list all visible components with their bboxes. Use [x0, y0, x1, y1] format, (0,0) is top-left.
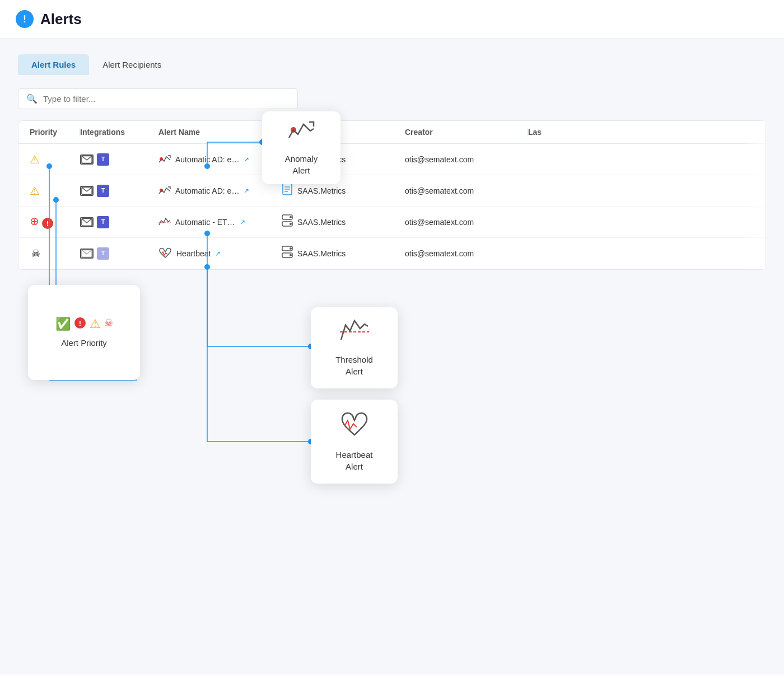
priority-cell: ⊕ !: [30, 214, 80, 229]
teams-integration-icon: T: [97, 185, 109, 197]
svg-point-24: [290, 247, 292, 250]
priority-error-icon: !: [41, 217, 54, 229]
email-integration-icon: [80, 249, 94, 259]
svg-point-19: [290, 223, 292, 225]
alertname-cell: Automatic AD: e… ↗: [158, 186, 282, 196]
app-cell: SAAS.Metrics: [282, 214, 405, 229]
integrations-cell: T: [80, 153, 158, 166]
table-row: ⚠ T Automatic AD: e… ↗: [18, 175, 766, 207]
svg-point-25: [290, 254, 292, 256]
teams-integration-icon: T: [97, 247, 109, 260]
col-header-creator: Creator: [405, 128, 528, 137]
creator-cell: otis@sematext.com: [405, 218, 528, 227]
threshold-alert-label: ThresholdAlert: [335, 354, 373, 377]
app-server-icon: [282, 214, 293, 229]
priority-cell: ⚠: [30, 184, 80, 198]
tab-alert-recipients[interactable]: Alert Recipients: [89, 54, 175, 75]
threshold-icon: [340, 318, 369, 348]
email-integration-icon: [80, 186, 94, 196]
external-link-icon[interactable]: ↗: [244, 187, 249, 195]
teams-integration-icon: T: [97, 153, 109, 166]
tab-bar: Alert Rules Alert Recipients: [18, 54, 766, 75]
teams-integration-icon: T: [97, 216, 109, 228]
search-input[interactable]: [43, 94, 290, 104]
alertname-cell: Automatic - ET… ↗: [158, 217, 282, 227]
email-integration-icon: [80, 217, 94, 227]
heartbeat-alert-popup: HeartbeatAlert: [311, 400, 398, 484]
svg-point-18: [290, 216, 292, 218]
app-name-text: SAAS.Metrics: [297, 218, 346, 227]
table-row: ⚠ T Automatic AD: e… ↗: [18, 144, 766, 175]
priority-skull-icon: ☠: [104, 317, 113, 332]
integrations-cell: T: [80, 216, 158, 228]
col-header-integrations: Integrations: [80, 128, 158, 137]
alert-priority-label: Alert Priority: [61, 337, 107, 349]
app-cell: SAAS.Metrics: [282, 246, 405, 261]
alert-name-text: Automatic AD: e…: [175, 186, 239, 195]
integrations-cell: T: [80, 185, 158, 197]
priority-warning-icon: ⚠: [90, 317, 101, 332]
priority-icons: ✅ ! ⚠ ☠: [55, 317, 113, 332]
search-bar: 🔍: [18, 88, 298, 109]
svg-text:!: !: [46, 219, 49, 228]
col-header-last: Las: [528, 128, 754, 137]
creator-cell: otis@sematext.com: [405, 186, 528, 195]
tab-alert-rules[interactable]: Alert Rules: [18, 54, 89, 75]
external-link-icon[interactable]: ↗: [215, 250, 221, 257]
priority-cell: ☠: [30, 247, 80, 260]
app-name-text: SAAS.Metrics: [297, 186, 346, 195]
priority-warning-icon: ⚠: [30, 185, 40, 197]
alert-name-text: Heartbeat: [176, 249, 211, 258]
external-link-icon[interactable]: ↗: [244, 156, 249, 163]
app-doc-icon: [282, 183, 293, 198]
alerts-icon: !: [16, 10, 34, 28]
integrations-cell: T: [80, 247, 158, 260]
main-content: Alert Rules Alert Recipients 🔍 Priority …: [0, 39, 784, 674]
priority-ok-icon: ✅: [55, 317, 71, 332]
priority-skull-icon: ☠: [30, 247, 42, 260]
app-server-icon: [282, 246, 293, 261]
app-header: ! Alerts: [0, 0, 784, 39]
creator-cell: otis@sematext.com: [405, 155, 528, 164]
alert-name-text: Automatic AD: e…: [175, 155, 239, 164]
anomaly-alert-popup: AnomalyAlert: [262, 111, 340, 184]
svg-text:!: !: [78, 319, 81, 327]
app-name-text: SAAS.Metrics: [297, 249, 346, 258]
anomaly-alert-label: AnomalyAlert: [285, 153, 318, 176]
svg-text:☠: ☠: [31, 248, 40, 259]
table-row: ⊕ ! T Automatic - ET… ↗: [18, 207, 766, 238]
col-header-priority: Priority: [30, 128, 80, 137]
external-link-icon[interactable]: ↗: [240, 218, 245, 226]
alert-name-text: Automatic - ET…: [175, 218, 235, 227]
priority-warning-icon: ⚠: [30, 153, 40, 166]
anomaly-icon: [288, 120, 315, 147]
alerts-table: Priority Integrations Alert Name Creator…: [18, 120, 766, 270]
table-header-row: Priority Integrations Alert Name Creator…: [18, 121, 766, 144]
threshold-alert-popup: ThresholdAlert: [311, 307, 398, 388]
heartbeat-alert-label: HeartbeatAlert: [336, 449, 373, 472]
alert-priority-popup: ✅ ! ⚠ ☠ Alert Priority: [28, 285, 140, 380]
priority-critical-icon: ⊕: [30, 215, 39, 227]
page-title: Alerts: [40, 11, 82, 28]
heartbeat-alert-icon-row: [158, 248, 172, 259]
heartbeat-icon: [340, 411, 369, 443]
threshold-alert-icon: [158, 217, 171, 227]
priority-critical-icon: !: [74, 317, 86, 332]
creator-cell: otis@sematext.com: [405, 249, 528, 258]
search-icon: 🔍: [26, 93, 38, 104]
anomaly-alert-icon: [158, 154, 171, 165]
table-row: ☠ T Heartbeat ↗: [18, 238, 766, 269]
email-integration-icon: [80, 154, 94, 165]
priority-cell: ⚠: [30, 153, 80, 166]
app-cell: SAAS.Metrics: [282, 183, 405, 198]
alertname-cell: Heartbeat ↗: [158, 248, 282, 259]
anomaly-alert-icon: [158, 186, 171, 196]
